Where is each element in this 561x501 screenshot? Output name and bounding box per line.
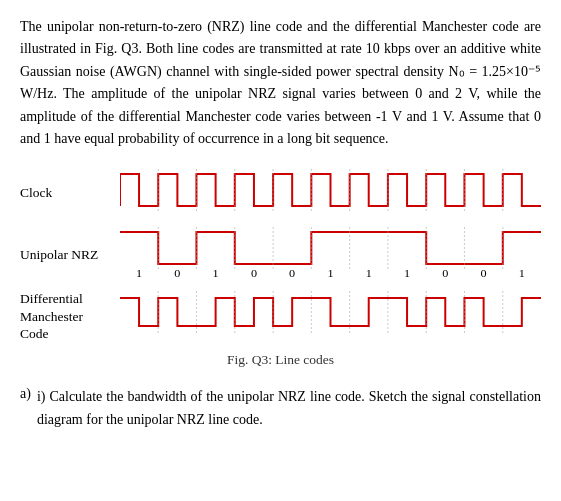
- question-item-a: a) i) Calculate the bandwidth of the uni…: [20, 386, 541, 431]
- question-text-a: i) Calculate the bandwidth of the unipol…: [37, 386, 541, 431]
- svg-text:0: 0: [251, 268, 257, 280]
- svg-text:1: 1: [136, 268, 142, 280]
- svg-text:0: 0: [289, 268, 295, 280]
- svg-text:1: 1: [519, 268, 525, 280]
- svg-text:1: 1: [327, 268, 333, 280]
- clock-label: Clock: [20, 184, 120, 202]
- unipolar-signal: 1 0 1 0 0 1 1 1 0 0 1: [120, 222, 541, 286]
- clock-row: Clock: [20, 164, 541, 220]
- diff-label-3: Code: [20, 325, 116, 343]
- question-label-a: a): [20, 386, 31, 431]
- svg-text:0: 0: [174, 268, 180, 280]
- diff-manchester-signal: [120, 288, 541, 344]
- unipolar-row: Unipolar NRZ 1 0 1 0 0 1 1 1 0 0 1: [20, 222, 541, 286]
- diff-label-1: Differential: [20, 290, 116, 308]
- unipolar-label: Unipolar NRZ: [20, 246, 120, 264]
- diff-label-2: Manchester: [20, 308, 116, 326]
- diff-manchester-label: Differential Manchester Code: [20, 290, 120, 343]
- svg-text:0: 0: [481, 268, 487, 280]
- clock-signal: [120, 164, 541, 220]
- fig-caption: Fig. Q3: Line codes: [227, 352, 334, 368]
- intro-paragraph: The unipolar non-return-to-zero (NRZ) li…: [20, 16, 541, 150]
- svg-text:1: 1: [213, 268, 219, 280]
- svg-text:1: 1: [404, 268, 410, 280]
- diff-manchester-row: Differential Manchester Code: [20, 288, 541, 344]
- svg-text:0: 0: [442, 268, 448, 280]
- diagram-section: Clock Unipo: [20, 164, 541, 380]
- svg-text:1: 1: [366, 268, 372, 280]
